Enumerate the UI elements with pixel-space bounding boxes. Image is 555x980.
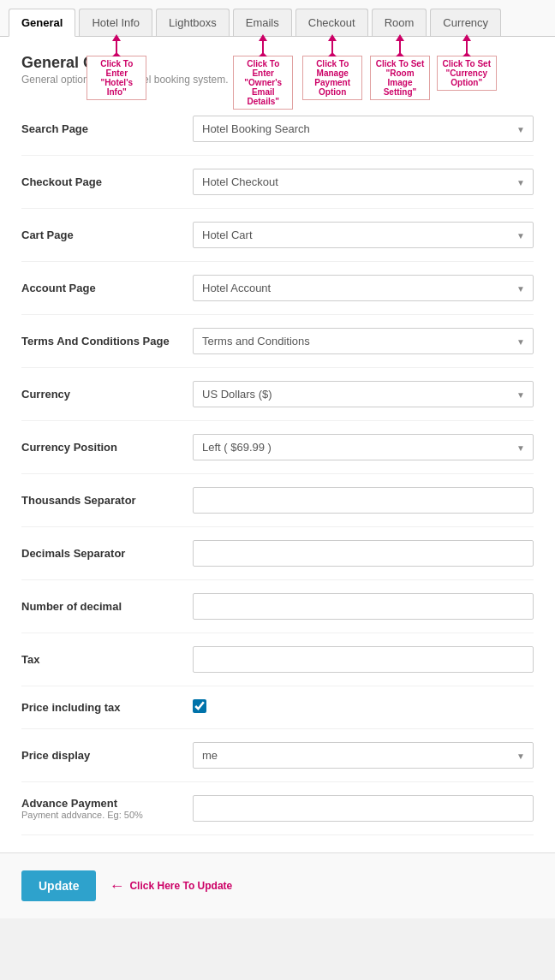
control-currency: US Dollars ($) <box>193 381 534 407</box>
label-tax: Tax <box>21 653 193 666</box>
field-row-price-including-tax: Price including tax <box>21 686 534 729</box>
tab-container-currency: CurrencyClick To Set "Currency Option" <box>430 9 503 36</box>
select-wrapper-terms-page: Terms and Conditions <box>193 328 534 354</box>
control-terms-page: Terms and Conditions <box>193 328 534 354</box>
control-cart-page: Hotel Cart <box>193 222 534 248</box>
tab-currency[interactable]: Currency <box>430 9 501 36</box>
footer: Update ← Click Here To Update <box>0 852 555 918</box>
update-annotation: ← Click Here To Update <box>109 877 232 895</box>
page-title: General Options <box>21 54 534 72</box>
select-currency[interactable]: US Dollars ($) <box>193 381 534 407</box>
label-price-display: Price display <box>21 749 193 762</box>
field-row-search-page: Search PageHotel Booking Search <box>21 103 534 156</box>
label-checkout-page: Checkout Page <box>21 175 193 188</box>
select-cart-page[interactable]: Hotel Cart <box>193 222 534 248</box>
select-currency-position[interactable]: Left ( $69.99 ) <box>193 434 534 460</box>
select-account-page[interactable]: Hotel Account <box>193 275 534 301</box>
field-row-currency-position: Currency PositionLeft ( $69.99 ) <box>21 421 534 474</box>
control-advance-payment <box>193 795 534 822</box>
select-wrapper-currency: US Dollars ($) <box>193 381 534 407</box>
tabs-bar: GeneralHotel InfoClick To Enter "Hotel's… <box>0 0 555 37</box>
control-price-display: me <box>193 742 534 769</box>
field-row-decimals-separator: Decimals Separator <box>21 527 534 580</box>
field-row-tax: Tax <box>21 633 534 686</box>
input-number-of-decimal[interactable] <box>193 593 534 620</box>
select-checkout-page[interactable]: Hotel Checkout <box>193 169 534 195</box>
control-account-page: Hotel Account <box>193 275 534 301</box>
tab-emails[interactable]: Emails <box>233 9 292 36</box>
tab-container-checkout: CheckoutClick To Manage Payment Option <box>295 9 370 36</box>
update-arrow-icon: ← <box>109 877 124 895</box>
update-label: Click Here To Update <box>129 880 232 892</box>
update-button[interactable]: Update <box>21 870 96 901</box>
input-advance-payment[interactable] <box>193 795 534 822</box>
field-row-account-page: Account PageHotel Account <box>21 262 534 315</box>
field-row-checkout-page: Checkout PageHotel Checkout <box>21 156 534 209</box>
tab-hotel-info[interactable]: Hotel Info <box>79 9 152 36</box>
select-search-page[interactable]: Hotel Booking Search <box>193 116 534 142</box>
sublabel-advance-payment: Payment addvance. Eg: 50% <box>21 810 193 820</box>
tab-checkout[interactable]: Checkout <box>295 9 368 36</box>
field-row-cart-page: Cart PageHotel Cart <box>21 209 534 262</box>
label-currency: Currency <box>21 388 193 401</box>
control-search-page: Hotel Booking Search <box>193 116 534 142</box>
control-price-including-tax <box>193 699 534 716</box>
label-search-page: Search Page <box>21 122 193 135</box>
select-wrapper-price-display: me <box>193 742 534 769</box>
control-currency-position: Left ( $69.99 ) <box>193 434 534 460</box>
label-thousands-separator: Thousands Separator <box>21 494 193 507</box>
input-thousands-separator[interactable] <box>193 487 534 514</box>
label-terms-page: Terms And Conditions Page <box>21 335 193 347</box>
field-row-terms-page: Terms And Conditions PageTerms and Condi… <box>21 315 534 368</box>
main-content: General Options General options for the … <box>0 37 555 852</box>
tab-container-general: General <box>9 9 77 36</box>
tab-lightboxs[interactable]: Lightboxs <box>156 9 230 36</box>
label-decimals-separator: Decimals Separator <box>21 547 193 560</box>
select-price-display[interactable]: me <box>193 742 534 769</box>
control-tax <box>193 646 534 673</box>
label-currency-position: Currency Position <box>21 441 193 454</box>
tab-container-emails: EmailsClick To Enter "Owner's Email Deta… <box>233 9 294 36</box>
tab-general[interactable]: General <box>9 9 75 37</box>
select-wrapper-account-page: Hotel Account <box>193 275 534 301</box>
select-terms-page[interactable]: Terms and Conditions <box>193 328 534 354</box>
label-price-including-tax: Price including tax <box>21 701 193 714</box>
control-thousands-separator <box>193 487 534 514</box>
tab-room[interactable]: Room <box>372 9 427 36</box>
tab-container-lightboxs: Lightboxs <box>156 9 231 36</box>
field-row-thousands-separator: Thousands Separator <box>21 474 534 527</box>
label-number-of-decimal: Number of decimal <box>21 600 193 613</box>
select-wrapper-checkout-page: Hotel Checkout <box>193 169 534 195</box>
label-advance-payment: Advance PaymentPayment addvance. Eg: 50% <box>21 797 193 820</box>
tab-container-room: RoomClick To Set "Room Image Setting" <box>372 9 429 36</box>
label-account-page: Account Page <box>21 282 193 294</box>
tab-container-hotel-info: Hotel InfoClick To Enter "Hotel's Info" <box>79 9 154 36</box>
field-row-price-display: Price displayme <box>21 729 534 782</box>
control-checkout-page: Hotel Checkout <box>193 169 534 195</box>
field-row-number-of-decimal: Number of decimal <box>21 580 534 633</box>
control-decimals-separator <box>193 540 534 567</box>
input-decimals-separator[interactable] <box>193 540 534 567</box>
input-tax[interactable] <box>193 646 534 673</box>
checkbox-price-including-tax[interactable] <box>193 699 206 713</box>
field-row-currency: CurrencyUS Dollars ($) <box>21 368 534 421</box>
select-wrapper-cart-page: Hotel Cart <box>193 222 534 248</box>
form-fields: Search PageHotel Booking SearchCheckout … <box>21 103 534 835</box>
label-cart-page: Cart Page <box>21 229 193 241</box>
page-subtitle: General options for the hotel booking sy… <box>21 74 534 86</box>
control-number-of-decimal <box>193 593 534 620</box>
select-wrapper-currency-position: Left ( $69.99 ) <box>193 434 534 460</box>
field-row-advance-payment: Advance PaymentPayment addvance. Eg: 50% <box>21 782 534 835</box>
select-wrapper-search-page: Hotel Booking Search <box>193 116 534 142</box>
